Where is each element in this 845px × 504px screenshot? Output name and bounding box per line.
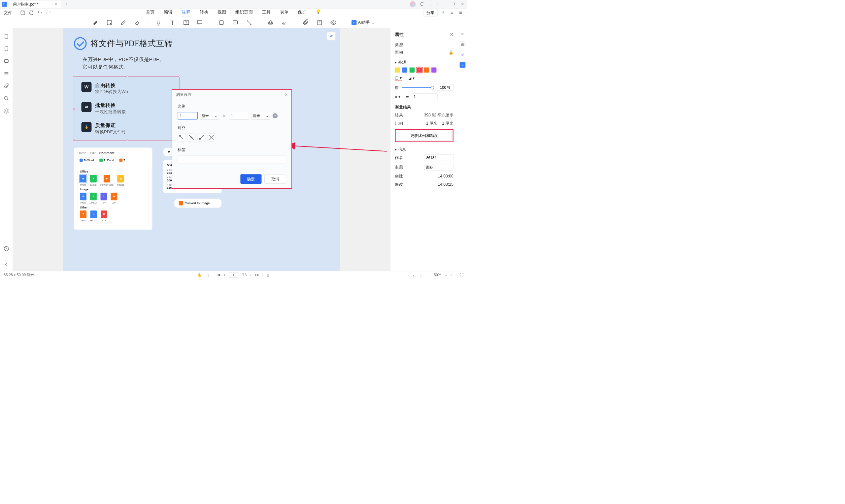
stamp-icon[interactable] <box>267 19 274 26</box>
resize-handle[interactable] <box>179 75 180 77</box>
cancel-button[interactable]: 取消 <box>264 174 286 184</box>
comment-icon[interactable] <box>232 19 239 26</box>
collapse-icon[interactable] <box>3 262 9 268</box>
fit-width-icon[interactable]: ⊞ <box>266 273 269 277</box>
prev-page-icon[interactable]: ‹ <box>224 273 226 277</box>
more-icon[interactable]: ⋮ <box>428 1 434 7</box>
undo-icon[interactable] <box>37 10 43 16</box>
resize-handle[interactable] <box>73 140 75 141</box>
color-blue[interactable] <box>402 67 407 72</box>
layers-icon[interactable] <box>3 108 9 114</box>
underline-icon[interactable] <box>155 19 162 26</box>
file-menu[interactable]: 文件 <box>4 10 13 16</box>
menu-home[interactable]: 首页 <box>146 9 155 16</box>
bookmarks-icon[interactable] <box>3 46 9 52</box>
attachment-icon[interactable] <box>302 19 309 26</box>
measure-icon[interactable] <box>246 19 252 26</box>
line-style-icon[interactable]: ≡ ▾ <box>395 94 400 99</box>
hand-tool-icon[interactable]: ✋ <box>197 273 202 277</box>
menu-organize[interactable]: 组织页面 <box>235 9 253 16</box>
user-avatar[interactable] <box>410 1 416 7</box>
menu-comment[interactable]: 注释 <box>181 9 191 16</box>
snap-intersection-icon[interactable] <box>207 133 215 142</box>
snap-endpoint-icon[interactable] <box>178 133 186 142</box>
resize-handle[interactable] <box>73 75 75 77</box>
color-purple[interactable] <box>432 67 436 72</box>
thumbnails-icon[interactable] <box>3 34 9 40</box>
menu-tools[interactable]: 工具 <box>262 9 271 16</box>
resize-handle[interactable] <box>127 140 128 141</box>
cloud-share-icon[interactable]: ⚘ <box>440 10 446 16</box>
menu-view[interactable]: 视图 <box>217 9 226 16</box>
callout-icon[interactable] <box>197 19 203 26</box>
page-input[interactable] <box>229 272 238 277</box>
menu-edit[interactable]: 编辑 <box>164 9 173 16</box>
color-red[interactable] <box>417 67 422 72</box>
border-color-icon[interactable]: ▢ ▾ <box>395 75 402 81</box>
fill-color-icon[interactable]: ◢ ▾ <box>408 76 415 80</box>
save-icon[interactable] <box>20 10 26 16</box>
tab-close-icon[interactable]: ✕ <box>54 2 57 6</box>
textbox-icon[interactable] <box>183 19 190 26</box>
note-icon[interactable] <box>106 19 113 26</box>
document-tab[interactable]: 用户指南.pdf * ✕ <box>9 1 61 7</box>
color-orange[interactable] <box>424 67 429 72</box>
settings-icon[interactable]: ⚙ <box>459 31 465 37</box>
robot-icon[interactable]: 🤖 <box>459 41 465 47</box>
change-scale-button[interactable]: 更改比例和精度 <box>397 131 452 141</box>
attachments-icon[interactable] <box>3 83 9 89</box>
ratio-from-input[interactable] <box>178 112 198 120</box>
snap-path-icon[interactable] <box>197 133 205 142</box>
highlighter-icon[interactable] <box>92 19 99 26</box>
measurement-selection[interactable]: W 自由转换 将PDF转换为Wo ⇄ 批量转换 一次性批量转接 🏅 质量保证 转… <box>74 76 180 141</box>
dialog-close-icon[interactable]: ✕ <box>284 92 288 97</box>
maximize-button[interactable]: ❐ <box>451 1 456 7</box>
ai-assistant-button[interactable]: AI AI助手 ⌄ <box>352 20 375 25</box>
new-tab-button[interactable]: + <box>65 2 68 6</box>
search-icon[interactable] <box>3 96 9 102</box>
next-page-icon[interactable]: › <box>250 273 251 277</box>
cloud-upload-icon[interactable]: ☁ <box>449 10 455 16</box>
last-page-icon[interactable]: ⏭ <box>255 273 259 277</box>
color-yellow[interactable] <box>395 67 400 72</box>
opacity-input[interactable] <box>437 84 454 91</box>
comments-icon[interactable] <box>3 58 9 64</box>
fields-icon[interactable] <box>3 71 9 76</box>
menu-convert[interactable]: 转换 <box>200 9 209 16</box>
signature-icon[interactable] <box>281 19 288 26</box>
check-icon[interactable]: ✓ <box>459 62 465 68</box>
ok-button[interactable]: 确定 <box>240 174 261 184</box>
chat-icon[interactable]: 💬 <box>419 1 425 7</box>
resize-handle[interactable] <box>127 75 128 77</box>
pencil-icon[interactable] <box>120 19 127 26</box>
ratio-from-unit[interactable]: 厘米⌄ <box>200 112 219 120</box>
print-icon[interactable] <box>29 10 34 16</box>
menu-protect[interactable]: 保护 <box>298 9 307 16</box>
menu-forms[interactable]: 表单 <box>280 9 289 16</box>
select-tool-icon[interactable]: ⬚ <box>206 273 209 277</box>
help-icon[interactable] <box>3 246 9 252</box>
close-button[interactable]: ✕ <box>460 1 465 7</box>
line-weight-input[interactable] <box>412 93 437 100</box>
close-props-icon[interactable]: ✕ <box>450 32 454 37</box>
menu-lightbulb-icon[interactable]: 💡 <box>316 9 321 16</box>
ratio-to-unit[interactable]: 厘米⌄ <box>251 112 270 120</box>
help-icon[interactable]: ? <box>272 113 278 118</box>
ratio-to-input[interactable] <box>229 112 249 120</box>
first-page-icon[interactable]: ⏮ <box>216 273 220 277</box>
lock-icon[interactable]: 🔒 <box>448 50 454 55</box>
tag-input[interactable] <box>178 155 286 163</box>
form-icon[interactable] <box>316 19 323 26</box>
opacity-slider[interactable] <box>402 87 434 88</box>
eraser-icon[interactable] <box>134 19 141 26</box>
eye-icon[interactable] <box>330 19 337 26</box>
text-icon[interactable] <box>169 19 176 26</box>
minimize-button[interactable]: — <box>441 1 447 7</box>
shape-icon[interactable] <box>218 19 225 26</box>
resize-handle[interactable] <box>73 108 75 109</box>
grid-icon[interactable]: ▦ <box>457 10 463 16</box>
translate-icon[interactable]: Aᴬ <box>459 52 465 57</box>
share-button[interactable]: 分享 <box>423 9 438 16</box>
line-weight-icon[interactable]: ☰ <box>405 94 409 99</box>
redo-icon[interactable] <box>46 10 52 16</box>
